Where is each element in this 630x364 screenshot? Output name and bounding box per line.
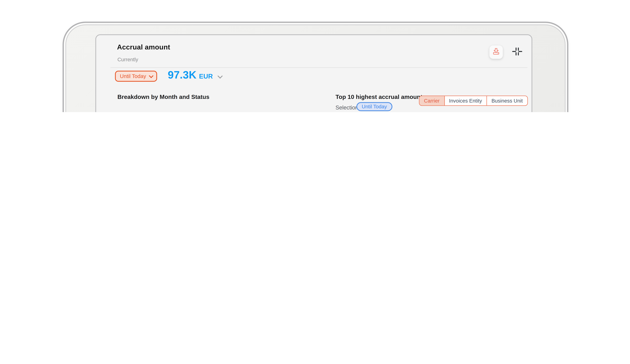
page: Accrual amount Currently xyxy=(0,0,630,112)
total-amount-dropdown[interactable]: 97.3K EUR xyxy=(168,69,222,81)
top10-title: Top 10 highest accrual amount xyxy=(336,94,422,100)
chevron-down-icon xyxy=(218,72,222,80)
download-button[interactable] xyxy=(490,45,503,59)
period-filter-button[interactable]: Until Today xyxy=(115,71,157,82)
download-tray-icon xyxy=(492,47,500,57)
page-subtitle: Currently xyxy=(118,57,138,62)
selection-label: Selection: xyxy=(336,105,360,111)
tab-business-unit[interactable]: Business Unit xyxy=(487,96,528,105)
bar-chart-plot: 1.2K 800 800 2.8K 2.4K xyxy=(116,109,326,112)
period-filter-label: Until Today xyxy=(120,73,146,79)
page-title: Accrual amount xyxy=(117,43,170,51)
chevron-down-icon xyxy=(149,73,154,78)
total-amount-currency: EUR xyxy=(199,73,213,80)
collapse-button[interactable] xyxy=(512,48,522,57)
tablet-frame: Accrual amount Currently xyxy=(62,22,568,112)
selection-pill[interactable]: Until Today xyxy=(356,102,392,111)
selection-pill-label: Until Today xyxy=(362,104,387,109)
tab-carrier[interactable]: Carrier xyxy=(420,96,445,105)
total-amount-value: 97.3K xyxy=(168,69,196,81)
chart-title: Breakdown by Month and Status xyxy=(118,94,210,100)
dashboard-screen: Accrual amount Currently xyxy=(96,34,532,112)
tab-invoices-entity[interactable]: Invoices Entity xyxy=(444,96,487,105)
header-divider xyxy=(110,67,528,68)
collapse-horizontal-icon xyxy=(512,47,522,57)
category-segmented-control: Carrier Invoices Entity Business Unit xyxy=(419,96,528,106)
